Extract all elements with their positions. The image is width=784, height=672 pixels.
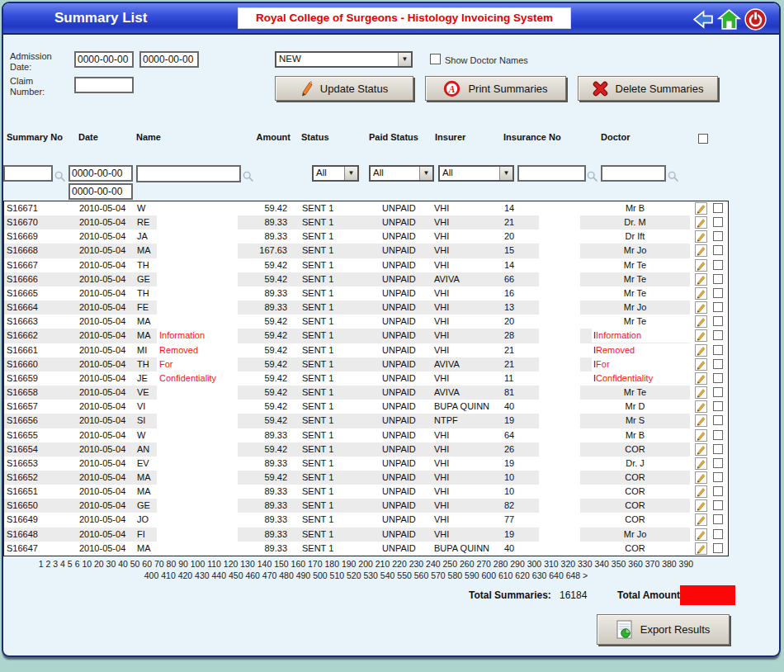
power-icon[interactable] bbox=[744, 7, 767, 31]
admission-date-to-input[interactable] bbox=[139, 51, 199, 68]
search-date-from-input[interactable] bbox=[68, 165, 133, 182]
table-row[interactable]: S16662 2010-05-04 MA Information 59.42 S… bbox=[4, 329, 728, 343]
edit-icon[interactable] bbox=[695, 513, 707, 526]
search-paid-status-select[interactable]: All ▼ bbox=[369, 165, 434, 182]
table-row[interactable]: S16666 2010-05-04 GE 59.42 SENT 1 UNPAID… bbox=[4, 272, 728, 286]
row-checkbox[interactable] bbox=[713, 288, 723, 298]
show-doctor-names-checkbox[interactable] bbox=[430, 54, 441, 64]
edit-icon[interactable] bbox=[695, 542, 707, 555]
row-checkbox[interactable] bbox=[713, 387, 723, 397]
row-checkbox[interactable] bbox=[713, 260, 723, 270]
search-doctor-input[interactable] bbox=[601, 165, 666, 182]
row-checkbox[interactable] bbox=[713, 514, 723, 524]
claim-number-input[interactable] bbox=[74, 77, 134, 93]
search-insurance-no-input[interactable] bbox=[517, 165, 586, 182]
table-row[interactable]: S16667 2010-05-04 TH 59.42 SENT 1 UNPAID… bbox=[4, 258, 728, 272]
edit-icon[interactable] bbox=[695, 315, 707, 328]
table-row[interactable]: S16655 2010-05-04 W 89.33 SENT 1 UNPAID … bbox=[4, 428, 728, 442]
edit-icon[interactable] bbox=[695, 202, 707, 215]
edit-icon[interactable] bbox=[695, 329, 707, 342]
row-checkbox[interactable] bbox=[713, 500, 723, 510]
table-row[interactable]: S16660 2010-05-04 TH For 59.42 SENT 1 UN… bbox=[4, 357, 728, 371]
search-name-input[interactable] bbox=[136, 165, 241, 182]
back-icon[interactable] bbox=[691, 7, 715, 31]
row-checkbox[interactable] bbox=[713, 274, 723, 284]
edit-icon[interactable] bbox=[695, 244, 707, 257]
edit-icon[interactable] bbox=[695, 344, 707, 357]
update-status-button[interactable]: Update Status bbox=[275, 76, 413, 101]
table-row[interactable]: S16665 2010-05-04 TH 89.33 SENT 1 UNPAID… bbox=[4, 286, 728, 301]
edit-icon[interactable] bbox=[695, 471, 707, 484]
edit-icon[interactable] bbox=[695, 372, 707, 385]
table-row[interactable]: S16663 2010-05-04 MA 59.42 SENT 1 UNPAID… bbox=[4, 315, 728, 329]
table-row[interactable]: S16651 2010-05-04 MA 89.33 SENT 1 UNPAID… bbox=[4, 485, 728, 499]
edit-icon[interactable] bbox=[695, 457, 707, 470]
row-checkbox[interactable] bbox=[713, 401, 723, 411]
row-checkbox[interactable] bbox=[713, 330, 723, 340]
table-row[interactable]: S16671 2010-05-04 W 59.42 SENT 1 UNPAID … bbox=[4, 201, 728, 215]
row-checkbox[interactable] bbox=[713, 458, 723, 468]
row-checkbox[interactable] bbox=[713, 444, 723, 454]
edit-icon[interactable] bbox=[695, 400, 707, 413]
row-checkbox[interactable] bbox=[713, 316, 723, 326]
table-row[interactable]: S16664 2010-05-04 FE 89.33 SENT 1 UNPAID… bbox=[4, 301, 728, 315]
row-checkbox[interactable] bbox=[713, 373, 723, 383]
search-date-to-input[interactable] bbox=[68, 183, 133, 200]
table-row[interactable]: S16668 2010-05-04 MA 167.63 SENT 1 UNPAI… bbox=[4, 244, 728, 258]
status-update-select[interactable]: NEW ▼ bbox=[275, 51, 413, 68]
edit-icon[interactable] bbox=[695, 287, 707, 300]
row-checkbox[interactable] bbox=[713, 302, 723, 312]
search-summary-no-input[interactable] bbox=[3, 165, 53, 182]
export-results-button[interactable]: Export Results bbox=[597, 614, 730, 645]
edit-icon[interactable] bbox=[695, 443, 707, 456]
row-checkbox[interactable] bbox=[713, 430, 723, 440]
pagination-line-1[interactable]: 1 2 3 4 5 6 10 20 30 40 50 60 70 80 90 1… bbox=[3, 559, 729, 569]
home-icon[interactable] bbox=[717, 7, 741, 31]
table-row[interactable]: S16669 2010-05-04 JA 89.33 SENT 1 UNPAID… bbox=[4, 230, 728, 244]
row-checkbox[interactable] bbox=[713, 217, 723, 227]
table-row[interactable]: S16652 2010-05-04 MA 59.42 SENT 1 UNPAID… bbox=[4, 471, 728, 485]
table-row[interactable]: S16649 2010-05-04 JO 89.33 SENT 1 UNPAID… bbox=[4, 513, 728, 527]
row-checkbox[interactable] bbox=[713, 231, 723, 241]
edit-icon[interactable] bbox=[695, 499, 707, 512]
edit-icon[interactable] bbox=[695, 259, 707, 272]
row-checkbox[interactable] bbox=[713, 245, 723, 255]
cell-paid-status: UNPAID bbox=[382, 485, 416, 499]
table-row[interactable]: S16661 2010-05-04 MI Removed 59.42 SENT … bbox=[4, 343, 728, 357]
print-summaries-button[interactable]: A Print Summaries bbox=[425, 76, 566, 101]
edit-icon[interactable] bbox=[695, 386, 707, 399]
edit-icon[interactable] bbox=[695, 273, 707, 286]
row-checkbox[interactable] bbox=[713, 203, 723, 213]
row-checkbox[interactable] bbox=[713, 543, 723, 553]
select-all-checkbox[interactable] bbox=[698, 134, 708, 144]
edit-icon[interactable] bbox=[695, 528, 707, 541]
table-row[interactable]: S16658 2010-05-04 VE 59.42 SENT 1 UNPAID… bbox=[4, 386, 728, 400]
edit-icon[interactable] bbox=[695, 301, 707, 314]
edit-icon[interactable] bbox=[695, 358, 707, 371]
pagination-line-2[interactable]: 400 410 420 430 440 450 460 470 480 490 … bbox=[3, 570, 729, 580]
table-row[interactable]: S16654 2010-05-04 AN 59.42 SENT 1 UNPAID… bbox=[4, 442, 728, 457]
row-checkbox[interactable] bbox=[713, 486, 723, 496]
row-checkbox[interactable] bbox=[713, 472, 723, 482]
search-status-select[interactable]: All ▼ bbox=[312, 165, 359, 182]
edit-icon[interactable] bbox=[695, 429, 707, 442]
table-row[interactable]: S16659 2010-05-04 JE Confidentiality 59.… bbox=[4, 371, 728, 386]
admission-date-from-input[interactable] bbox=[74, 51, 134, 68]
table-row[interactable]: S16647 2010-05-04 MA 89.33 SENT 1 UNPAID… bbox=[4, 542, 728, 556]
search-insurer-select[interactable]: All ▼ bbox=[438, 165, 514, 182]
row-checkbox[interactable] bbox=[713, 529, 723, 539]
edit-icon[interactable] bbox=[695, 230, 707, 243]
table-row[interactable]: S16650 2010-05-04 GE 89.33 SENT 1 UNPAID… bbox=[4, 499, 728, 513]
row-checkbox[interactable] bbox=[713, 345, 723, 355]
row-checkbox[interactable] bbox=[713, 415, 723, 425]
row-checkbox[interactable] bbox=[713, 359, 723, 369]
edit-icon[interactable] bbox=[695, 216, 707, 229]
table-row[interactable]: S16648 2010-05-04 FI 89.33 SENT 1 UNPAID… bbox=[4, 528, 728, 542]
edit-icon[interactable] bbox=[695, 414, 707, 427]
table-row[interactable]: S16656 2010-05-04 SI 59.42 SENT 1 UNPAID… bbox=[4, 414, 728, 428]
table-row[interactable]: S16657 2010-05-04 VI 59.42 SENT 1 UNPAID… bbox=[4, 400, 728, 414]
delete-summaries-button[interactable]: Delete Summaries bbox=[578, 76, 718, 101]
edit-icon[interactable] bbox=[695, 485, 707, 498]
table-row[interactable]: S16653 2010-05-04 EV 89.33 SENT 1 UNPAID… bbox=[4, 457, 728, 471]
table-row[interactable]: S16670 2010-05-04 RE 89.33 SENT 1 UNPAID… bbox=[4, 215, 728, 230]
